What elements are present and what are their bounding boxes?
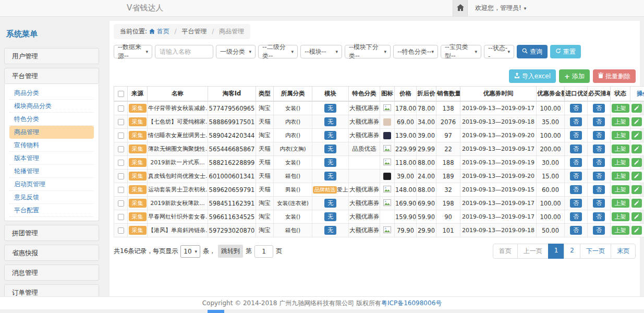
row-checkbox[interactable]	[118, 105, 124, 112]
must-buy-badge[interactable]: 否	[593, 185, 605, 194]
filter-select[interactable]: --二级分类--▾	[258, 45, 298, 58]
import-pick-badge[interactable]: 否	[570, 145, 582, 153]
must-buy-badge[interactable]: 否	[593, 158, 605, 167]
pager-button[interactable]: 1	[548, 244, 565, 259]
topbar-right: 欢迎您，管理员! ▾	[453, 0, 526, 16]
pager-button[interactable]: 末页	[611, 244, 636, 259]
row-checkbox[interactable]	[118, 119, 124, 125]
status-badge[interactable]: 上架	[612, 185, 629, 194]
edit-button[interactable]	[631, 212, 642, 221]
filter-select[interactable]: --特色分类--▾	[393, 45, 438, 58]
icp-link[interactable]: 粤ICP备16098006号	[381, 299, 442, 307]
import-pick-badge[interactable]: 否	[570, 199, 582, 208]
row-checkbox[interactable]	[118, 187, 124, 193]
sidebar-group[interactable]: 省惠快报	[4, 245, 99, 261]
filter-select[interactable]: 一级分类▾	[216, 45, 256, 58]
sidebar-item[interactable]: 轮播管理	[9, 165, 94, 178]
sidebar-item[interactable]: 启动页管理	[9, 178, 94, 191]
jump-page-input[interactable]	[254, 245, 273, 258]
sidebar-item[interactable]: 商品分类	[9, 87, 94, 100]
sidebar-item[interactable]: 商品管理	[9, 126, 94, 139]
status-badge[interactable]: 上架	[612, 104, 629, 113]
filter-select[interactable]: --数据来源--▾	[114, 45, 152, 58]
must-buy-badge[interactable]: 否	[593, 131, 605, 140]
row-checkbox[interactable]	[118, 214, 124, 220]
breadcrumb-separator: /	[175, 28, 177, 35]
sidebar-item[interactable]: 模块商品分类	[9, 100, 94, 113]
edit-button[interactable]	[631, 145, 642, 153]
filter-select[interactable]: --模块--▾	[300, 45, 342, 58]
import-pick-badge[interactable]: 否	[570, 212, 582, 221]
row-checkbox[interactable]	[118, 173, 124, 179]
category-cell: 箱包()	[274, 224, 312, 237]
edit-button[interactable]	[631, 104, 642, 113]
row-checkbox[interactable]	[118, 227, 124, 234]
sidebar-item[interactable]: 意见反馈	[9, 191, 94, 204]
sidebar-item[interactable]: 版本管理	[9, 152, 94, 165]
import-excel-button[interactable]: 导入excel	[509, 69, 556, 83]
edit-button[interactable]	[631, 172, 642, 180]
import-pick-badge[interactable]: 否	[570, 131, 582, 140]
jump-button[interactable]: 跳转到	[218, 245, 243, 258]
filter-select[interactable]: --状态--▾	[484, 45, 514, 58]
search-button[interactable]: 查询	[517, 45, 548, 58]
sidebar-item[interactable]: 特色分类	[9, 113, 94, 126]
edit-button[interactable]	[631, 131, 642, 140]
sidebar-group[interactable]: 平台管理	[4, 68, 99, 84]
must-buy-badge[interactable]: 否	[593, 226, 605, 235]
pager-button[interactable]: 下一页	[580, 244, 611, 259]
name-search-input[interactable]	[155, 45, 213, 58]
pager-button[interactable]: 2	[564, 244, 580, 259]
import-pick-badge[interactable]: 否	[570, 117, 582, 126]
sidebar-group[interactable]: 消息管理	[4, 264, 99, 281]
status-badge[interactable]: 上架	[612, 145, 629, 153]
edit-button[interactable]	[631, 185, 642, 194]
must-buy-badge[interactable]: 否	[593, 172, 605, 180]
must-buy-badge[interactable]: 否	[593, 199, 605, 208]
sidebar-item[interactable]: 宣传物料	[9, 139, 94, 152]
status-badge[interactable]: 上架	[612, 117, 629, 126]
type-cell: 淘宝	[256, 129, 274, 142]
sidebar-group[interactable]: 用户管理	[4, 48, 99, 64]
sidebar-item[interactable]: 平台配置	[9, 204, 94, 217]
edit-button[interactable]	[631, 226, 642, 235]
must-buy-badge[interactable]: 否	[593, 104, 605, 113]
column-header: 必买清单	[588, 87, 611, 102]
import-pick-badge[interactable]: 否	[570, 172, 582, 180]
batch-delete-button[interactable]: 批量删除	[593, 69, 636, 83]
edit-button[interactable]	[631, 158, 642, 167]
filter-select[interactable]: --宝贝类型--▾	[441, 45, 481, 58]
import-pick-badge[interactable]: 否	[570, 158, 582, 167]
import-pick-badge[interactable]: 否	[570, 226, 582, 235]
per-page-select[interactable]: 10 ▾	[180, 245, 200, 258]
breadcrumb-home-link[interactable]: 首页	[157, 28, 169, 35]
breadcrumb-platform[interactable]: 平台管理	[181, 28, 206, 35]
edit-button[interactable]	[631, 117, 642, 126]
must-buy-badge[interactable]: 否	[593, 117, 605, 126]
home-button[interactable]	[453, 0, 468, 16]
status-badge[interactable]: 上架	[612, 226, 629, 235]
sidebar-group[interactable]: 订单管理	[4, 284, 99, 296]
must-buy-badge[interactable]: 否	[593, 145, 605, 153]
status-badge[interactable]: 上架	[612, 199, 629, 208]
category-cell: 女装()	[274, 210, 312, 224]
actions-cell	[630, 156, 644, 170]
import-pick-badge[interactable]: 否	[570, 104, 582, 113]
status-badge[interactable]: 上架	[612, 212, 629, 221]
filter-select[interactable]: --模块下分类--▾	[345, 45, 391, 58]
must-buy-badge[interactable]: 否	[593, 212, 605, 221]
user-menu[interactable]: 欢迎您，管理员! ▾	[475, 4, 526, 13]
status-badge[interactable]: 上架	[612, 172, 629, 180]
reset-button[interactable]: 重置	[550, 45, 581, 58]
status-badge[interactable]: 上架	[612, 131, 629, 140]
select-all-checkbox[interactable]	[118, 91, 124, 97]
sidebar-group[interactable]: 拼团管理	[4, 225, 99, 241]
row-checkbox[interactable]	[118, 133, 124, 139]
import-pick-badge[interactable]: 否	[570, 185, 582, 194]
add-button[interactable]: + 添加	[559, 69, 590, 83]
row-checkbox[interactable]	[118, 146, 124, 152]
edit-button[interactable]	[631, 199, 642, 208]
status-badge[interactable]: 上架	[612, 158, 629, 167]
row-checkbox[interactable]	[118, 160, 124, 166]
row-checkbox[interactable]	[118, 200, 124, 207]
